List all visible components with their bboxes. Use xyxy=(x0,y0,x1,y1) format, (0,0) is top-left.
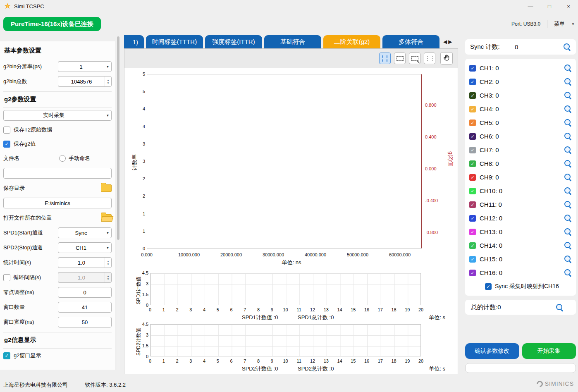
zero-adjust-input[interactable] xyxy=(58,289,111,296)
spd2-channel-select[interactable]: CH1 ▼ xyxy=(58,242,112,253)
channel-magnifier-icon[interactable] xyxy=(564,201,572,208)
channel-checkbox-checked[interactable] xyxy=(469,160,476,167)
loop-interval-spinner[interactable]: ▲▼ xyxy=(58,272,112,283)
channel-magnifier-icon[interactable] xyxy=(564,132,572,140)
save-t2-checkbox[interactable] xyxy=(3,127,10,134)
channel-magnifier-icon[interactable] xyxy=(564,160,572,167)
channel-magnifier-icon[interactable] xyxy=(564,255,572,263)
channel-magnifier-icon[interactable] xyxy=(564,105,572,113)
chevron-down-icon[interactable]: ▼ xyxy=(104,62,111,72)
spinner-arrows-icon[interactable]: ▲▼ xyxy=(105,258,111,268)
channel-magnifier-icon[interactable] xyxy=(564,91,572,99)
channel-checkbox-checked[interactable] xyxy=(469,188,476,194)
spinner-arrows-icon[interactable]: ▲▼ xyxy=(105,272,111,282)
channel-magnifier-icon[interactable] xyxy=(564,228,572,236)
folder-icon[interactable] xyxy=(101,184,112,192)
manual-name-radio[interactable] xyxy=(59,155,66,162)
x-region-select-tool-button[interactable] xyxy=(379,53,391,64)
sidebar-scrollbar[interactable] xyxy=(117,36,120,370)
g2bin-resolution-select[interactable]: 1 ▼ xyxy=(58,61,112,72)
start-acquisition-button[interactable]: 开始采集 xyxy=(522,343,576,359)
channel-magnifier-icon[interactable] xyxy=(564,214,572,222)
channel-checkbox-checked[interactable] xyxy=(469,270,476,276)
window-width-input[interactable] xyxy=(58,319,111,325)
g2bin-total-spinner[interactable]: ▲▼ xyxy=(58,76,112,87)
spd1-plot-area[interactable] xyxy=(150,273,421,305)
channel-magnifier-icon[interactable] xyxy=(564,269,572,277)
channel-checkbox-checked[interactable] xyxy=(469,92,476,99)
window-width-field[interactable] xyxy=(58,317,112,327)
save-dir-input[interactable] xyxy=(3,198,112,208)
acquire-mode-select[interactable]: 实时采集 ▼ xyxy=(3,110,112,121)
chevron-down-icon[interactable]: ▼ xyxy=(104,243,111,253)
rect-select-tool-button[interactable] xyxy=(394,53,406,64)
tab-g2-active[interactable]: 二阶关联(g2) xyxy=(323,35,380,48)
close-button[interactable]: × xyxy=(559,0,578,12)
minimize-button[interactable]: — xyxy=(521,0,540,12)
channel-checkbox-checked[interactable] xyxy=(469,215,476,222)
device-status-button[interactable]: PureTime-16(16x)设备已连接 xyxy=(3,17,101,31)
maximize-button[interactable]: □ xyxy=(540,0,559,12)
x-axis-tick: 5 xyxy=(215,307,221,312)
filename-input[interactable] xyxy=(3,168,112,179)
channel-checkbox-checked[interactable] xyxy=(469,65,476,72)
channel-magnifier-icon[interactable] xyxy=(564,173,572,181)
y-axis-tick: 2 xyxy=(143,176,145,181)
zoom-region-tool-button[interactable] xyxy=(409,53,420,64)
chevron-down-icon[interactable]: ▼ xyxy=(104,110,111,120)
channel-checkbox-checked[interactable] xyxy=(469,256,476,263)
sync-map-label: Sync 采集时映射到CH16 xyxy=(495,283,559,290)
window-count-input[interactable] xyxy=(58,304,111,311)
total-magnifier-icon[interactable] xyxy=(556,304,564,311)
spd1-channel-select[interactable]: Sync ▼ xyxy=(58,227,112,238)
stat-time-spinner[interactable]: ▲▼ xyxy=(58,257,112,268)
spinner-arrows-icon[interactable]: ▲▼ xyxy=(105,76,111,86)
tab-scroll-right-icon[interactable]: ▶ xyxy=(448,39,452,45)
channel-magnifier-icon[interactable] xyxy=(564,119,572,127)
chevron-down-icon[interactable]: ▼ xyxy=(104,228,111,238)
status-message-input[interactable] xyxy=(465,363,576,373)
g2bin-total-input[interactable] xyxy=(58,79,105,85)
tab-scroll-left-icon[interactable]: ◀ xyxy=(443,39,447,45)
confirm-params-button[interactable]: 确认参数修改 xyxy=(465,343,519,359)
channel-checkbox-checked[interactable] xyxy=(469,229,476,235)
channel-checkbox-checked[interactable] xyxy=(469,133,476,140)
sync-map-checkbox-checked[interactable] xyxy=(485,283,492,290)
tab-basic-coincidence[interactable]: 基础符合 xyxy=(264,35,321,48)
sync-magnifier-icon[interactable] xyxy=(563,43,571,51)
channel-checkbox-checked[interactable] xyxy=(469,242,476,249)
channel-magnifier-icon[interactable] xyxy=(564,241,572,249)
x-region-select-icon xyxy=(382,55,387,62)
channel-magnifier-icon[interactable] xyxy=(564,64,572,72)
channel-checkbox-checked[interactable] xyxy=(469,120,476,126)
save-g2-checkbox-checked[interactable] xyxy=(3,141,10,148)
menu-button[interactable]: 菜单 ▼ xyxy=(554,20,575,28)
channel-checkbox-checked[interactable] xyxy=(469,106,476,112)
channel-checkbox-checked[interactable] xyxy=(469,174,476,181)
g2-plot-area[interactable] xyxy=(147,74,422,249)
tab-ittr[interactable]: 强度标签(ITTR) xyxy=(205,35,262,48)
channel-checkbox-checked[interactable] xyxy=(469,79,476,85)
stat-time-input[interactable] xyxy=(58,260,105,266)
basic-params-heading: 基本参数设置 xyxy=(3,43,112,59)
open-folder-icon[interactable] xyxy=(101,214,112,222)
channel-magnifier-icon[interactable] xyxy=(564,146,572,154)
square-select-tool-button[interactable] xyxy=(424,53,435,64)
y-axis-tick: 3 xyxy=(143,159,145,164)
g2-window-checkbox-checked[interactable] xyxy=(3,352,10,359)
channel-magnifier-icon[interactable] xyxy=(564,78,572,86)
tab-multibody[interactable]: 多体符合 xyxy=(382,35,439,48)
channel-checkbox-checked[interactable] xyxy=(469,201,476,208)
tab-counter-partial[interactable]: 1) xyxy=(124,35,144,48)
window-count-field[interactable] xyxy=(58,302,112,313)
loop-interval-input[interactable] xyxy=(58,275,105,281)
tab-tttr[interactable]: 时间标签(TTTR) xyxy=(146,35,203,48)
spd2-plot-area[interactable] xyxy=(150,324,421,356)
pan-tool-button[interactable] xyxy=(440,52,453,65)
channel-checkbox-checked[interactable] xyxy=(469,147,476,153)
channel-count-label: CH2: 0 xyxy=(480,78,499,85)
scrollbar-thumb[interactable] xyxy=(117,36,119,240)
loop-interval-checkbox[interactable] xyxy=(3,274,10,281)
channel-magnifier-icon[interactable] xyxy=(564,187,572,195)
zero-adjust-field[interactable] xyxy=(58,287,112,298)
